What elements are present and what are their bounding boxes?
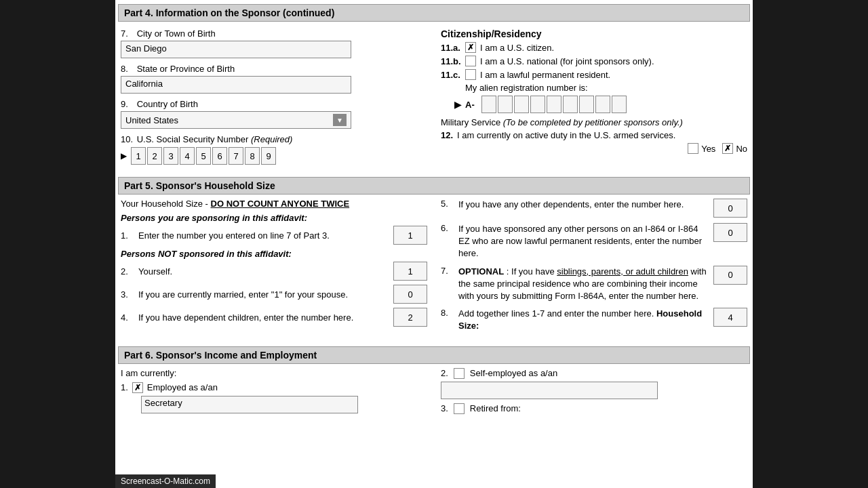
part5-title: Part 5. Sponsor's Household Size: [124, 180, 275, 191]
left-column: 7. City or Town of Birth San Diego 8. St…: [121, 28, 427, 170]
right-column: Citizenship/Residency 11.a. ✗ I am a U.S…: [441, 28, 747, 170]
alien-box-5[interactable]: [547, 96, 561, 113]
part4-header: Part 4. Information on the Sponsor (cont…: [118, 4, 750, 22]
form-container: Part 4. Information on the Sponsor (cont…: [115, 0, 753, 488]
alien-boxes: [481, 96, 627, 113]
emp-label: Employed as a/an: [147, 382, 218, 392]
employed-input[interactable]: Secretary: [141, 396, 358, 413]
citizenship-title: Citizenship/Residency: [441, 28, 747, 39]
top-section: 7. City or Town of Birth San Diego 8. St…: [115, 26, 753, 173]
no-checkbox[interactable]: ✗: [722, 143, 733, 154]
part5-input-2[interactable]: 1: [393, 262, 427, 281]
self-emp-label: Self-employed as a/an: [470, 368, 557, 378]
checkbox-11a[interactable]: ✗: [465, 42, 476, 53]
part5-input-4[interactable]: 2: [393, 308, 427, 327]
no-label: No: [736, 144, 747, 154]
field-8-row: 8. State or Province of Birth California: [121, 64, 427, 94]
self-employed-input[interactable]: [441, 382, 658, 399]
field8-number: 8.: [121, 64, 134, 74]
sponsoring-label: Persons you are sponsoring in this affid…: [121, 213, 427, 223]
part5-input-3[interactable]: 0: [393, 285, 427, 304]
text-11a: I am a U.S. citizen.: [480, 43, 554, 53]
part5-item-4: 4. If you have dependent children, enter…: [121, 308, 427, 327]
field-10-row: 10. U.S. Social Security Number (Require…: [121, 134, 427, 165]
part5-right-input-7[interactable]: 0: [713, 266, 747, 285]
alien-box-3[interactable]: [514, 96, 529, 113]
alien-box-2[interactable]: [498, 96, 513, 113]
yes-label: Yes: [701, 144, 715, 154]
no-option: ✗ No: [722, 143, 747, 154]
field10-label: U.S. Social Security Number: [137, 134, 249, 144]
ssn-box-6[interactable]: 6: [212, 147, 227, 165]
alien-box-6[interactable]: [563, 96, 578, 113]
ssn-box-4[interactable]: 4: [180, 147, 195, 165]
city-birth-input[interactable]: San Diego: [121, 41, 351, 58]
label-11a: 11.a.: [441, 43, 461, 53]
no-count-label: DO NOT COUNT ANYONE TWICE: [211, 199, 350, 209]
retired-label: Retired from:: [470, 403, 521, 413]
currently-label: I am currently:: [121, 368, 427, 378]
label-11b: 11.b.: [441, 56, 461, 66]
ssn-box-8[interactable]: 8: [245, 147, 260, 165]
part5-item-2: 2. Yourself. 1: [121, 262, 427, 281]
part6-title: Part 6. Sponsor's Income and Employment: [124, 350, 317, 361]
field9-label: Country of Birth: [137, 99, 198, 109]
part5-input-1[interactable]: 1: [393, 226, 427, 245]
part5-right: 5. If you have any other dependents, ent…: [441, 199, 747, 338]
citizenship-section: Citizenship/Residency 11.a. ✗ I am a U.S…: [441, 28, 747, 154]
not-sponsoring-label: Persons NOT sponsored in this affidavit:: [121, 249, 427, 259]
field-9-row: 9. Country of Birth United States ▼: [121, 99, 427, 129]
part5-right-input-5[interactable]: 0: [713, 199, 747, 218]
field10-required: (Required): [251, 134, 292, 144]
part5-item-8: 8. Add together lines 1-7 and enter the …: [441, 308, 747, 332]
retired-row: 3. Retired from:: [441, 403, 747, 414]
part5-item-7: 7. OPTIONAL : If you have siblings, pare…: [441, 266, 747, 303]
household-intro: Your Household Size - DO NOT COUNT ANYON…: [121, 199, 427, 209]
part5-item-6: 6. If you have sponsored any other perso…: [441, 223, 747, 260]
ssn-box-7[interactable]: 7: [229, 147, 243, 165]
emp-number: 1.: [121, 382, 128, 392]
field9-number: 9.: [121, 99, 134, 109]
text-11b: I am a U.S. national (for joint sponsors…: [480, 56, 654, 66]
yes-option: Yes: [688, 143, 715, 154]
alien-box-7[interactable]: [579, 96, 594, 113]
alien-box-8[interactable]: [595, 96, 610, 113]
field7-label: City or Town of Birth: [137, 28, 216, 39]
ssn-box-5[interactable]: 5: [196, 147, 211, 165]
military-section: Military Service (To be completed by pet…: [441, 117, 747, 154]
checkbox-11b[interactable]: [465, 56, 476, 66]
part6-right: 2. Self-employed as a/an 3. Retired from…: [441, 368, 747, 414]
part6-left: I am currently: 1. ✗ Employed as a/an Se…: [121, 368, 427, 414]
self-employed-checkbox[interactable]: [454, 368, 465, 379]
part5-right-input-8[interactable]: 4: [713, 308, 747, 327]
field12-text: I am currently on active duty in the U.S…: [457, 130, 675, 140]
check-row-11b: 11.b. I am a U.S. national (for joint sp…: [441, 56, 747, 66]
alien-box-9[interactable]: [612, 96, 627, 113]
self-employed-row: 2. Self-employed as a/an: [441, 368, 747, 379]
part5-item-1: 1. Enter the number you entered on line …: [121, 226, 427, 245]
dropdown-arrow-icon[interactable]: ▼: [333, 114, 347, 126]
alien-box-1[interactable]: [481, 96, 496, 113]
military-note: (To be completed by petitioner sponsors …: [503, 117, 683, 127]
field10-number: 10.: [121, 134, 134, 144]
alien-label-row: My alien registration number is:: [465, 83, 747, 93]
watermark: Screencast-O-Matic.com: [115, 474, 216, 488]
field8-label: State or Province of Birth: [137, 64, 235, 74]
ssn-box-9[interactable]: 9: [261, 147, 276, 165]
play-icon: ▶: [454, 100, 461, 110]
ssn-box-3[interactable]: 3: [163, 147, 178, 165]
employed-row: 1. ✗ Employed as a/an: [121, 382, 427, 393]
part5-item-5: 5. If you have any other dependents, ent…: [441, 199, 747, 218]
alien-box-4[interactable]: [530, 96, 545, 113]
yes-checkbox[interactable]: [688, 143, 698, 154]
state-birth-input[interactable]: California: [121, 76, 351, 94]
ssn-play-icon: ▶: [121, 151, 127, 161]
part5-right-input-6[interactable]: 0: [713, 223, 747, 242]
country-birth-dropdown[interactable]: United States ▼: [121, 111, 351, 129]
checkbox-11c[interactable]: [465, 69, 476, 80]
retired-checkbox[interactable]: [454, 403, 465, 414]
ssn-box-1[interactable]: 1: [131, 147, 146, 165]
alien-label: My alien registration number is:: [465, 83, 588, 93]
ssn-box-2[interactable]: 2: [147, 147, 162, 165]
employed-checkbox[interactable]: ✗: [132, 382, 143, 393]
